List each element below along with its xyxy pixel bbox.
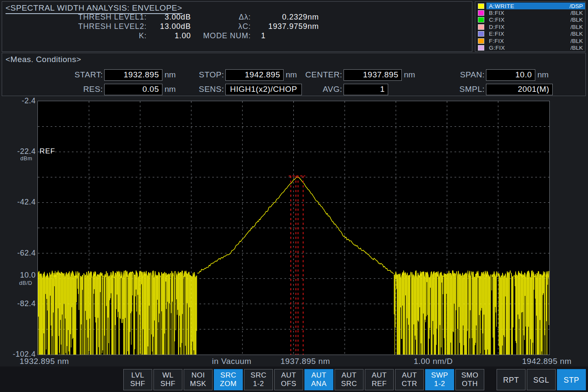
trace-color-swatch-zone xyxy=(475,38,486,44)
span-unit: nm xyxy=(537,70,548,80)
softkey-src-1-2[interactable]: SRC1-2 xyxy=(244,369,273,390)
stop-label: STOP: xyxy=(152,70,224,80)
trace-name: C:FIX xyxy=(489,17,571,23)
trace-row-b[interactable]: B:FIX/BLK xyxy=(475,9,585,16)
trace-display-mode: /BLK xyxy=(571,10,583,16)
trace-color-swatch-zone xyxy=(475,24,486,30)
softkey-label-line: SHF xyxy=(154,380,182,388)
analysis-field-label: K: xyxy=(19,31,147,40)
softkey-aut-ctr[interactable]: AUTCTR xyxy=(395,369,424,390)
softkey-aut-src[interactable]: AUTSRC xyxy=(335,369,364,390)
span-label: SPAN: xyxy=(412,70,485,80)
smpl-label: SMPL: xyxy=(412,85,485,94)
trace-color-swatch-zone xyxy=(475,17,486,23)
analysis-field-label: MODE NUM: xyxy=(170,31,251,40)
softkey-label-line: REF xyxy=(365,380,393,388)
trace-color-swatch-zone xyxy=(475,45,486,51)
analysis-field-value: 0.2329nm xyxy=(255,13,319,22)
toolbar: LVLSHFWLSHFNOIMSKSRCZOMSRC1-2AUTOFSAUTAN… xyxy=(0,366,588,392)
trace-color-swatch xyxy=(478,24,484,30)
trace-legend: A:WRITE/DSPB:FIX/BLKC:FIX/BLKD:FIX/BLKE:… xyxy=(475,1,585,52)
trace-row-a[interactable]: A:WRITE/DSP xyxy=(475,3,585,9)
x-stop-label: 1942.895 nm xyxy=(522,357,571,366)
trace-color-swatch xyxy=(478,38,484,44)
softkey-noi-msk[interactable]: NOIMSK xyxy=(184,369,213,390)
analysis-field-label: λC: xyxy=(170,22,251,31)
analysis-panel: <SPECTRAL WIDTH ANALYSIS: ENVELOPE> THRE… xyxy=(2,1,472,52)
ref-level-label: REF xyxy=(40,147,55,156)
analysis-field-label: THRESH LEVEL1: xyxy=(19,13,147,22)
softkey-wl-shf[interactable]: WLSHF xyxy=(153,369,182,390)
softkey-aut-ofs[interactable]: AUTOFS xyxy=(274,369,303,390)
spectrum-plot: REF xyxy=(37,101,550,355)
softkey-lvl-shf[interactable]: LVLSHF xyxy=(123,369,152,390)
trace-color-swatch xyxy=(478,17,484,23)
softkey-label-line: SRC xyxy=(335,380,363,388)
smpl-value-box[interactable]: 2001(M) xyxy=(486,84,553,95)
trace-row-content: D:FIX/BLK xyxy=(486,23,585,30)
noise-floor-spikes xyxy=(38,270,549,355)
softkey-label-line: SWP xyxy=(426,371,454,380)
trace-row-c[interactable]: C:FIX/BLK xyxy=(475,17,585,23)
y-tick-label: -82.4 xyxy=(0,299,36,308)
softkey-label-line: SRC xyxy=(244,371,273,380)
x-center-label: 1937.895 nm xyxy=(281,357,330,366)
softkey-label-line: 1-2 xyxy=(244,380,273,388)
y-axis-unit-label: dBm xyxy=(0,155,32,162)
softkey-label-line: 1-2 xyxy=(426,380,454,388)
trace-color-swatch xyxy=(478,31,484,37)
center-value-box[interactable]: 1937.895 xyxy=(344,69,402,81)
trace-row-content: A:WRITE/DSP xyxy=(486,3,585,9)
softkey-label-line: CTR xyxy=(395,380,423,388)
y-tick-label: -62.4 xyxy=(0,249,36,258)
softkey-label-line: ANA xyxy=(305,380,333,388)
trace-row-g[interactable]: G:FIX/BLK xyxy=(475,44,585,51)
softkey-label-line: AUT xyxy=(395,371,423,380)
softkey-label-line: NOI xyxy=(184,371,212,380)
softkey-label-line: ZOM xyxy=(214,380,242,388)
start-label: START: xyxy=(31,70,103,80)
sweep-button-rpt[interactable]: RPT xyxy=(497,369,526,390)
trace-display-mode: /BLK xyxy=(571,38,583,44)
trace-name: A:WRITE xyxy=(489,3,569,9)
meas-conditions-title: <Meas. Conditions> xyxy=(6,55,81,64)
trace-name: B:FIX xyxy=(489,10,571,16)
trace-name: G:FIX xyxy=(489,45,571,51)
y-scale-unit-label: dB/D xyxy=(0,280,32,286)
avg-value-box[interactable]: 1 xyxy=(344,84,388,95)
softkey-label-line: OTH xyxy=(456,380,484,388)
softkey-label-line: MSK xyxy=(184,380,212,388)
trace-color-swatch xyxy=(478,45,484,51)
trace-row-f[interactable]: F:FIX/BLK xyxy=(475,37,585,44)
sweep-button-stp[interactable]: STP xyxy=(557,369,586,390)
analysis-field-value: 1937.9759nm xyxy=(255,22,319,31)
y-tick-label: -42.4 xyxy=(0,198,36,207)
trace-color-swatch-zone xyxy=(475,31,486,37)
trace-row-d[interactable]: D:FIX/BLK xyxy=(475,23,585,30)
trace-color-swatch-zone xyxy=(475,3,486,9)
trace-display-mode: /BLK xyxy=(571,31,583,37)
softkey-aut-ana[interactable]: AUTANA xyxy=(304,369,333,390)
softkey-label-line: OFS xyxy=(275,380,303,388)
trace-display-mode: /DSP xyxy=(569,3,583,9)
res-label: RES: xyxy=(31,85,103,94)
span-value-box[interactable]: 10.0 xyxy=(486,69,535,81)
trace-color-swatch xyxy=(478,10,484,16)
trace-display-mode: /BLK xyxy=(571,17,583,23)
softkey-label-line: AUT xyxy=(365,371,393,380)
avg-label: AVG: xyxy=(270,85,342,94)
y-tick-label: -2.4 xyxy=(0,97,36,105)
softkey-swp-1-2[interactable]: SWP1-2 xyxy=(425,369,454,390)
trace-row-e[interactable]: E:FIX/BLK xyxy=(475,31,585,37)
softkey-smo-oth[interactable]: SMOOTH xyxy=(455,369,484,390)
sweep-button-sgl[interactable]: SGL xyxy=(527,369,556,390)
softkey-src-zom[interactable]: SRCZOM xyxy=(214,369,243,390)
trace-display-mode: /BLK xyxy=(571,24,583,30)
trace-display-mode: /BLK xyxy=(571,45,583,51)
analysis-field-value: 1 xyxy=(255,31,325,40)
x-start-label: 1932.895 nm xyxy=(20,357,69,366)
softkey-aut-ref[interactable]: AUTREF xyxy=(365,369,394,390)
softkey-label-line: SMO xyxy=(456,371,484,380)
softkey-label-line: SHF xyxy=(124,380,152,388)
meas-conditions-panel: <Meas. Conditions> START:1932.895nmSTOP:… xyxy=(2,53,586,96)
